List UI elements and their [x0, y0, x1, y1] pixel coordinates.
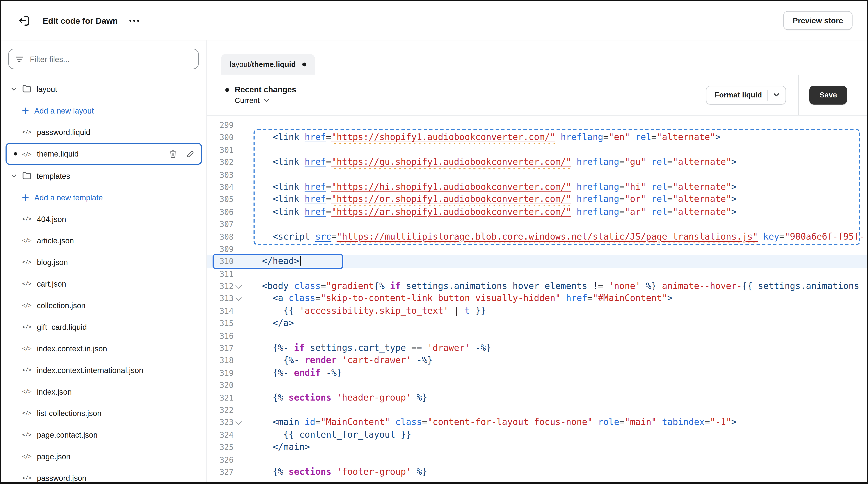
- code-token: >: [667, 293, 673, 303]
- format-liquid-button[interactable]: Format liquid: [706, 86, 786, 104]
- fold-chevron-icon[interactable]: [234, 416, 244, 428]
- code-line: 312 <body class="gradient{% if settings.…: [207, 280, 867, 292]
- chevron-down-icon[interactable]: [9, 172, 19, 179]
- gutter-spacer: [234, 379, 244, 391]
- code-token: [251, 206, 273, 217]
- folder-row-layout[interactable]: layout: [1, 78, 207, 100]
- code-line-content[interactable]: [244, 169, 867, 181]
- file-row[interactable]: </>index.context.international.json: [1, 359, 207, 381]
- code-line-content[interactable]: <link href="https://hi.shopify1.audioboo…: [244, 181, 867, 193]
- code-line-content[interactable]: <a class="skip-to-content-link button vi…: [244, 292, 867, 304]
- file-row[interactable]: </>theme.liquid: [5, 143, 202, 165]
- code-line-content[interactable]: <main id="MainContent" class="content-fo…: [244, 416, 867, 428]
- code-file-icon: </>: [22, 129, 31, 135]
- file-row[interactable]: </>cart.json: [1, 273, 207, 294]
- code-line-content[interactable]: [244, 268, 867, 280]
- code-line-content[interactable]: {% sections 'footer-group' %}: [244, 466, 867, 478]
- code-line-content[interactable]: {%- if settings.cart_type == 'drawer' -%…: [244, 342, 867, 354]
- code-line: 321 {% sections 'header-group' %}: [207, 391, 867, 404]
- line-number: 315: [207, 317, 234, 329]
- file-row[interactable]: </>index.context.in.json: [1, 337, 207, 359]
- exit-code-editor-button[interactable]: [16, 12, 33, 29]
- file-name: blog.json: [37, 258, 68, 266]
- file-row[interactable]: </>article.json: [1, 230, 207, 251]
- file-row[interactable]: </>list-collections.json: [1, 402, 207, 424]
- more-options-button[interactable]: [127, 17, 142, 24]
- code-line-content[interactable]: [244, 330, 867, 342]
- tab-theme-liquid[interactable]: layout/theme.liquid: [221, 54, 315, 74]
- code-line-content[interactable]: {{ 'accessibility.skip_to_text' | t }}: [244, 305, 867, 317]
- code-line: 305 <link href="https://or.shopify1.audi…: [207, 193, 867, 206]
- code-token: %}: [411, 392, 428, 403]
- line-number: 299: [207, 119, 234, 131]
- code-line-content[interactable]: </head>: [244, 255, 867, 267]
- code-line-content[interactable]: {{ content_for_layout }}: [244, 429, 867, 441]
- code-line-content[interactable]: [244, 243, 867, 255]
- file-row[interactable]: </>password.liquid: [1, 121, 207, 143]
- code-line-content[interactable]: {% sections 'header-group' %}: [244, 391, 867, 404]
- code-line: 308 <script src="https://multilipistorag…: [207, 230, 867, 243]
- file-row[interactable]: </>404.json: [1, 208, 207, 230]
- code-line-content[interactable]: [244, 119, 867, 131]
- add-file-label: Add a new template: [34, 193, 103, 202]
- code-token: !=: [587, 281, 609, 291]
- code-token: {{ content_for_layout }}: [283, 429, 411, 440]
- file-row[interactable]: </>password.json: [1, 467, 207, 482]
- folder-label: templates: [36, 171, 70, 180]
- rename-file-icon[interactable]: [185, 149, 195, 159]
- code-token: =: [587, 293, 592, 303]
- line-number: 321: [207, 391, 234, 404]
- code-line-content[interactable]: {%- render 'cart-drawer' -%}: [244, 354, 867, 367]
- plus-icon: [22, 193, 29, 201]
- code-token: [646, 182, 651, 192]
- code-line-content[interactable]: [244, 379, 867, 391]
- add-file-button[interactable]: Add a new layout: [1, 100, 207, 121]
- delete-file-icon[interactable]: [168, 148, 179, 160]
- chevron-down-icon: [236, 282, 242, 289]
- code-line-content[interactable]: {%- endif -%}: [244, 367, 867, 379]
- file-row[interactable]: </>page.contact.json: [1, 424, 207, 446]
- code-token: [251, 305, 283, 316]
- code-line-content[interactable]: <link href="https://ar.shopify1.audioboo…: [244, 206, 867, 218]
- code-token: rel: [635, 132, 651, 142]
- filter-files-field[interactable]: [8, 49, 199, 69]
- file-name: article.json: [37, 236, 74, 245]
- code-token: [251, 182, 273, 192]
- file-row[interactable]: </>index.json: [1, 381, 207, 402]
- gutter-spacer: [234, 453, 244, 466]
- version-selector[interactable]: Current: [235, 96, 297, 105]
- file-row[interactable]: </>gift_card.liquid: [1, 316, 207, 337]
- code-token: "alternate": [656, 132, 715, 142]
- filter-files-input[interactable]: [29, 54, 192, 64]
- code-line-content[interactable]: </a>: [244, 317, 867, 329]
- code-line-content[interactable]: [244, 218, 867, 230]
- code-token: 'drawer': [427, 343, 470, 353]
- code-line-content[interactable]: <link href="https://shopify1.audiobookco…: [244, 131, 867, 143]
- code-line-content[interactable]: <link href="https://or.shopify1.audioboo…: [244, 193, 867, 206]
- code-line-content[interactable]: [244, 404, 867, 416]
- code-line-content[interactable]: [244, 144, 867, 156]
- file-row[interactable]: </>blog.json: [1, 251, 207, 273]
- line-number: 314: [207, 305, 234, 317]
- code-line-content[interactable]: <script src="https://multilipistorage.bl…: [244, 230, 867, 243]
- folder-row-templates[interactable]: templates: [1, 165, 207, 186]
- code-line-content[interactable]: <body class="gradient{% if settings.anim…: [244, 280, 867, 292]
- code-token: endif: [294, 367, 321, 378]
- code-line-content[interactable]: [244, 453, 867, 466]
- chevron-down-icon[interactable]: [9, 86, 19, 92]
- code-line-content[interactable]: <link href="https://gu.shopify1.audioboo…: [244, 156, 867, 168]
- preview-store-button[interactable]: Preview store: [783, 11, 852, 30]
- code-token: =: [705, 417, 710, 427]
- fold-chevron-icon[interactable]: [234, 280, 244, 292]
- save-button[interactable]: Save: [809, 86, 847, 104]
- url-token: "https://shopify1.audiobookconverter.com…: [331, 132, 555, 142]
- fold-chevron-icon[interactable]: [234, 292, 244, 304]
- editor-toolbar: Recent changes Current Format liquid: [207, 75, 867, 116]
- code-line-content[interactable]: </main>: [244, 441, 867, 453]
- code-editor[interactable]: 299300 <link href="https://shopify1.audi…: [207, 116, 867, 482]
- file-row[interactable]: </>collection.json: [1, 294, 207, 316]
- code-token: t: [465, 305, 470, 316]
- file-row[interactable]: </>page.json: [1, 446, 207, 467]
- add-file-button[interactable]: Add a new template: [1, 186, 207, 208]
- file-name: list-collections.json: [37, 409, 101, 418]
